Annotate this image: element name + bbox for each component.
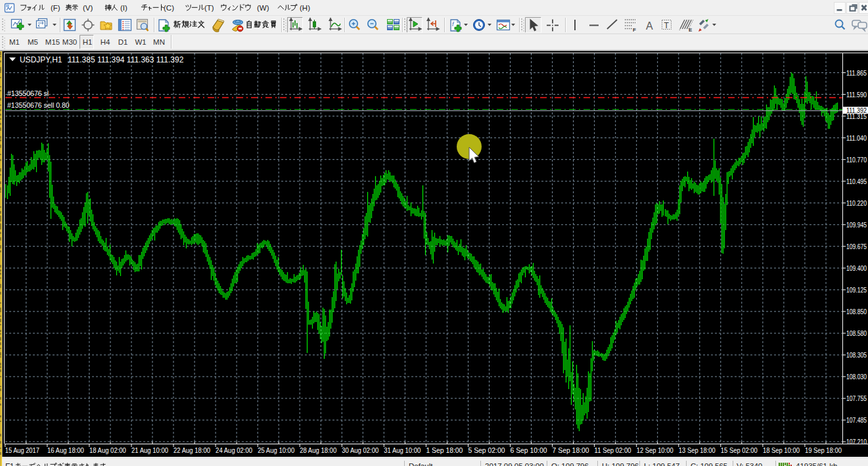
svg-text:31 Aug 10:00: 31 Aug 10:00 [384,446,421,454]
svg-text:110.770: 110.770 [846,156,867,164]
svg-text:108.305: 108.305 [846,351,867,359]
svg-text:M1: M1 [9,38,20,46]
svg-text:111.385 111.394 111.363 111.39: 111.385 111.394 111.363 111.392 [68,55,184,64]
svg-text:109.400: 109.400 [846,264,867,272]
svg-text:(V): (V) [83,4,93,12]
svg-text:12 Sep 10:00: 12 Sep 10:00 [637,446,674,454]
svg-text:11 Sep 02:00: 11 Sep 02:00 [595,446,631,454]
svg-text:18 Sep 10:00: 18 Sep 10:00 [763,446,800,454]
svg-text:108.850: 108.850 [846,308,867,315]
svg-text:15 Sep 02:00: 15 Sep 02:00 [721,446,758,454]
svg-text:16 Aug 18:00: 16 Aug 18:00 [47,446,84,454]
svg-text:111.392: 111.392 [846,106,867,114]
svg-text:M30: M30 [62,38,77,46]
svg-text:(T): (T) [204,4,214,12]
svg-text:7 Sep 18:00: 7 Sep 18:00 [553,446,589,454]
svg-text:M15: M15 [45,38,60,46]
svg-text:111.040: 111.040 [846,134,867,142]
svg-text:25 Aug 10:00: 25 Aug 10:00 [258,446,294,454]
svg-text:13 Sep 18:00: 13 Sep 18:00 [679,446,716,454]
svg-text:107.485: 107.485 [846,416,867,424]
svg-text:MN: MN [153,38,165,46]
svg-text:2017.09.05 03:00: 2017.09.05 03:00 [485,462,544,466]
svg-text:T: T [664,21,670,30]
svg-text:109.945: 109.945 [846,221,867,229]
svg-text:#13550676 sell 0.80: #13550676 sell 0.80 [7,101,70,109]
svg-text:H: 109.796: H: 109.796 [602,462,639,466]
svg-text:O: 109.796: O: 109.796 [551,462,589,466]
svg-text:109.675: 109.675 [846,243,867,250]
svg-text:111.865: 111.865 [846,69,867,77]
svg-text:(F): (F) [51,4,60,12]
svg-text:H1: H1 [83,38,93,46]
svg-text:107.210: 107.210 [846,438,867,446]
svg-text:108.030: 108.030 [846,373,867,381]
svg-text:18 Aug 02:00: 18 Aug 02:00 [89,446,126,454]
svg-text:(W): (W) [257,4,269,12]
svg-text:1 Sep 18:00: 1 Sep 18:00 [426,446,463,454]
svg-text:M5: M5 [28,38,38,46]
svg-text:D1: D1 [118,38,128,46]
svg-text:28 Aug 18:00: 28 Aug 18:00 [300,446,336,454]
svg-text:(C): (C) [164,4,174,12]
svg-text:110.495: 110.495 [846,177,867,185]
svg-text:W1: W1 [135,38,146,46]
svg-text:22 Aug 18:00: 22 Aug 18:00 [173,446,210,454]
svg-text:C: 109.565: C: 109.565 [691,462,727,466]
svg-text:A: A [646,20,653,32]
svg-text:V: 5340: V: 5340 [737,462,762,466]
svg-text:111.590: 111.590 [846,91,867,99]
svg-text:E: E [689,27,693,33]
svg-text:L: 109.547: L: 109.547 [644,462,679,466]
svg-text:15 Aug 2017: 15 Aug 2017 [5,446,39,454]
svg-text:24 Aug 02:00: 24 Aug 02:00 [216,446,252,454]
svg-text:19 Sep 18:00: 19 Sep 18:00 [805,446,842,454]
svg-text:30 Aug 02:00: 30 Aug 02:00 [342,446,378,454]
svg-text:H4: H4 [101,38,110,46]
svg-text:F: F [633,27,636,33]
svg-text:(I): (I) [120,4,127,12]
svg-text:108.580: 108.580 [846,329,867,337]
svg-text:USDJPY,H1: USDJPY,H1 [20,55,62,64]
svg-text:5 Sep 02:00: 5 Sep 02:00 [468,446,505,454]
svg-text:Default: Default [409,462,433,466]
svg-text:6 Sep 10:00: 6 Sep 10:00 [511,446,547,454]
svg-text:109.125: 109.125 [846,286,867,294]
svg-text:41935/61 kb: 41935/61 kb [796,462,837,466]
svg-text:#13550676 sl: #13550676 sl [7,89,49,97]
svg-text:(H): (H) [300,4,310,12]
svg-text:107.755: 107.755 [846,394,867,402]
svg-text:1: 1 [10,462,14,466]
svg-text:110.220: 110.220 [846,199,867,207]
svg-text:21 Aug 10:00: 21 Aug 10:00 [131,446,168,454]
